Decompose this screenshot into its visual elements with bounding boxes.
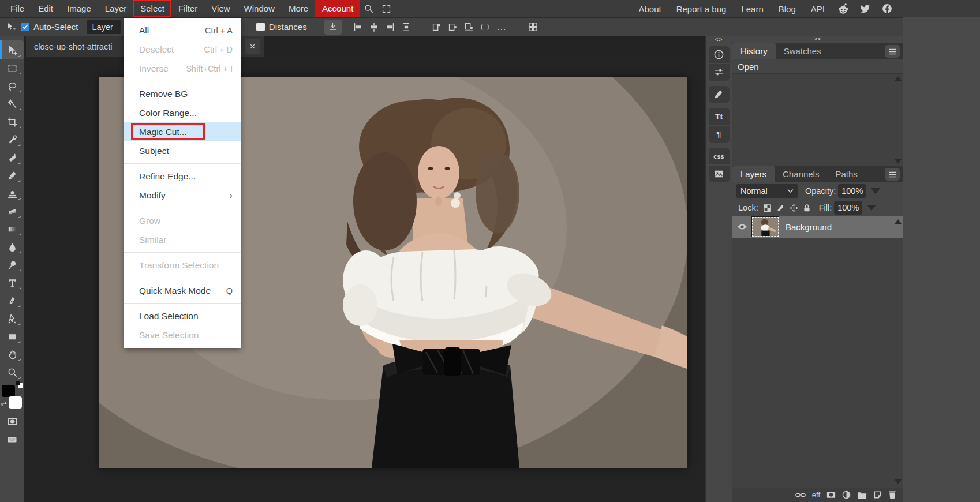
- menu-image[interactable]: Image: [60, 0, 98, 17]
- tool-eraser[interactable]: [0, 203, 24, 220]
- tool-pen[interactable]: [0, 292, 24, 310]
- menu-layer[interactable]: Layer: [98, 0, 134, 17]
- menu-item-inverse[interactable]: InverseShift+Ctrl + I: [124, 59, 241, 78]
- delete-icon[interactable]: [888, 490, 896, 499]
- tab-paths[interactable]: Paths: [827, 166, 865, 182]
- more-options-button[interactable]: ...: [493, 22, 511, 32]
- tab-history[interactable]: History: [732, 43, 776, 59]
- layer-visibility-toggle[interactable]: [732, 223, 752, 230]
- link-api[interactable]: API: [806, 4, 830, 14]
- menu-more[interactable]: More: [282, 0, 315, 17]
- history-entry-open[interactable]: Open: [732, 59, 903, 74]
- lock-move-icon[interactable]: [790, 204, 798, 212]
- brush-settings-panel-button[interactable]: [709, 86, 730, 103]
- layers-menu-button[interactable]: [885, 168, 900, 181]
- checkerboard-icon[interactable]: [763, 204, 772, 212]
- tool-marquee[interactable]: [0, 59, 24, 77]
- link-learn[interactable]: Learn: [736, 4, 768, 14]
- tool-gradient[interactable]: [0, 220, 24, 238]
- menu-window[interactable]: Window: [237, 0, 282, 17]
- align-bottom-canvas-button[interactable]: [461, 20, 477, 35]
- search-button[interactable]: [360, 0, 377, 17]
- tool-zoom[interactable]: [0, 364, 24, 381]
- history-list[interactable]: [732, 74, 903, 166]
- fullscreen-button[interactable]: [377, 0, 395, 17]
- align-right-button[interactable]: [382, 20, 398, 35]
- panel-collapse-handle[interactable]: ><: [732, 36, 903, 43]
- background-color-swatch[interactable]: [9, 396, 22, 409]
- properties-panel-button[interactable]: [709, 64, 730, 81]
- align-middle-canvas-button[interactable]: [444, 20, 461, 35]
- menu-view[interactable]: View: [204, 0, 237, 17]
- auto-select-target-dropdown[interactable]: Layer: [87, 20, 121, 34]
- arrange-grid-button[interactable]: [525, 20, 541, 35]
- tab-close-button[interactable]: ×: [245, 39, 260, 54]
- tool-dodge[interactable]: [0, 256, 24, 274]
- tool-clone-stamp[interactable]: [0, 185, 24, 203]
- menu-item-save-selection[interactable]: Save Selection: [124, 325, 241, 344]
- twitter-link[interactable]: [856, 0, 874, 17]
- align-top-canvas-button[interactable]: [428, 20, 444, 35]
- menu-item-subject[interactable]: Subject: [124, 141, 241, 160]
- fill-slider-arrow[interactable]: [867, 205, 876, 211]
- menu-filter[interactable]: Filter: [171, 0, 204, 17]
- opacity-value[interactable]: 100%: [838, 184, 866, 198]
- tool-quick-mask[interactable]: [0, 413, 24, 430]
- tool-magic-wand[interactable]: [0, 95, 24, 113]
- align-center-h-button[interactable]: [366, 20, 382, 35]
- tool-move[interactable]: [0, 40, 24, 59]
- lock-brush-icon[interactable]: [776, 204, 785, 212]
- distribute-vertical-button[interactable]: [398, 20, 414, 35]
- layer-list[interactable]: Background: [732, 216, 903, 488]
- fill-value[interactable]: 100%: [834, 201, 862, 215]
- layers-scroll-down[interactable]: [895, 479, 902, 484]
- distances-checkbox[interactable]: [256, 23, 265, 31]
- menu-item-color-range[interactable]: Color Range...: [124, 103, 241, 122]
- tab-channels[interactable]: Channels: [775, 166, 827, 182]
- layer-row-background[interactable]: Background: [732, 216, 903, 238]
- color-swatches[interactable]: [0, 381, 24, 413]
- new-layer-icon[interactable]: [873, 490, 882, 499]
- tool-blur[interactable]: [0, 238, 24, 256]
- link-icon[interactable]: [795, 492, 806, 499]
- image-panel-button[interactable]: [709, 166, 730, 182]
- link-report-a-bug[interactable]: Report a bug: [671, 4, 732, 14]
- info-panel-button[interactable]: [709, 46, 730, 63]
- tool-shape[interactable]: [0, 328, 24, 346]
- blend-mode-dropdown[interactable]: Normal: [736, 184, 798, 198]
- link-blog[interactable]: Blog: [773, 4, 801, 14]
- menu-item-remove-bg[interactable]: Remove BG: [124, 84, 241, 103]
- menu-file[interactable]: File: [3, 0, 31, 17]
- history-scroll-up[interactable]: [895, 76, 902, 81]
- auto-select-checkbox[interactable]: [21, 23, 29, 31]
- folder-icon[interactable]: [857, 491, 867, 499]
- mask-icon[interactable]: [826, 491, 836, 499]
- facebook-link[interactable]: [878, 0, 896, 17]
- paragraph-panel-button[interactable]: ¶: [709, 126, 730, 143]
- menu-item-quick-mask-mode[interactable]: Quick Mask ModeQ: [124, 281, 241, 300]
- menu-item-load-selection[interactable]: Load Selection: [124, 306, 241, 325]
- strip-collapse-handle[interactable]: <>: [715, 36, 723, 44]
- tool-eyedropper[interactable]: [0, 131, 24, 149]
- history-scroll-down[interactable]: [895, 159, 902, 164]
- effects-button[interactable]: eff: [812, 490, 820, 499]
- menu-item-refine-edge[interactable]: Refine Edge...: [124, 167, 241, 186]
- menu-item-modify[interactable]: Modify›: [124, 186, 241, 205]
- reddit-link[interactable]: [835, 0, 852, 17]
- tool-type[interactable]: [0, 274, 24, 292]
- tool-lasso[interactable]: [0, 77, 24, 95]
- padlock-icon[interactable]: [803, 204, 811, 212]
- tool-brush[interactable]: [0, 167, 24, 185]
- tool-crop[interactable]: [0, 113, 24, 131]
- menu-item-magic-cut[interactable]: Magic Cut...: [124, 122, 241, 141]
- tool-healing[interactable]: [0, 149, 24, 167]
- tab-swatches[interactable]: Swatches: [776, 43, 829, 59]
- menu-account[interactable]: Account: [315, 0, 360, 17]
- history-menu-button[interactable]: [885, 45, 900, 58]
- align-left-button[interactable]: [350, 20, 366, 35]
- swap-colors-icon[interactable]: [1, 400, 9, 408]
- menu-item-similar[interactable]: Similar: [124, 230, 241, 249]
- tab-layers[interactable]: Layers: [732, 166, 775, 182]
- tool-keyboard-shortcuts[interactable]: [0, 430, 24, 448]
- place-image-button[interactable]: [324, 20, 342, 35]
